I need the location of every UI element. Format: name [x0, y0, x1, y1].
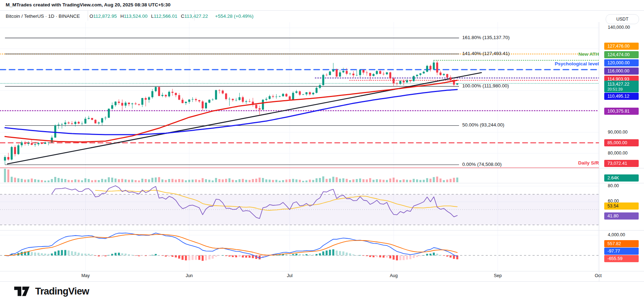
tradingview-logo[interactable]: TradingView	[14, 285, 89, 298]
tradingview-logo-icon	[14, 285, 31, 298]
tradingview-logo-text: TradingView	[35, 286, 89, 297]
chart-canvas[interactable]	[0, 0, 644, 308]
currency-unit-button[interactable]: USDT	[606, 14, 639, 24]
